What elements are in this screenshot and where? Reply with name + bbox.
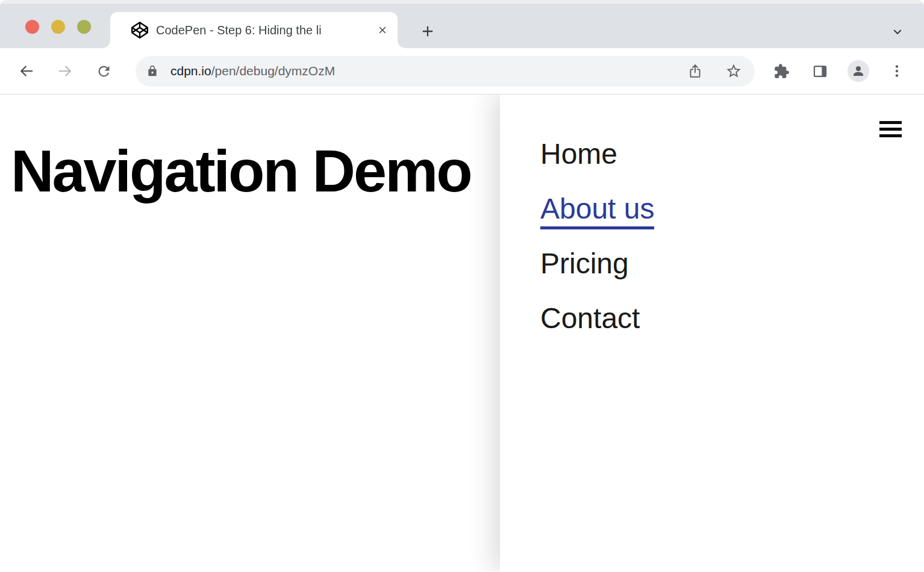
hamburger-bar — [879, 121, 902, 124]
tab-strip: CodePen - Step 6: Hiding the li — [0, 0, 924, 48]
back-button[interactable] — [14, 59, 39, 83]
tab-close-button[interactable] — [376, 23, 389, 37]
side-panel-icon — [812, 63, 828, 79]
nav-link-pricing[interactable]: Pricing — [540, 247, 629, 279]
browser-toolbar: cdpn.io/pen/debug/dymzOzM — [0, 48, 924, 95]
nav-list: Home About us Pricing Contact — [500, 95, 924, 334]
plus-icon — [419, 23, 436, 40]
url-domain: cdpn.io — [170, 64, 211, 78]
forward-arrow-icon — [57, 63, 73, 79]
close-icon — [377, 25, 388, 36]
hamburger-bar — [879, 134, 902, 137]
window-minimize-button[interactable] — [51, 20, 65, 34]
nav-item-about: About us — [540, 194, 924, 224]
site-navigation: Home About us Pricing Contact — [500, 95, 924, 334]
reload-button[interactable] — [92, 59, 116, 83]
avatar — [848, 60, 869, 82]
page-title: Navigation Demo — [11, 141, 471, 201]
puzzle-icon — [773, 63, 790, 79]
star-icon — [725, 63, 742, 79]
url-text: cdpn.io/pen/debug/dymzOzM — [170, 64, 335, 78]
chevron-down-icon — [890, 24, 905, 40]
page-content: Navigation Demo Home About us Pricing Co… — [0, 95, 924, 571]
reload-icon — [96, 63, 112, 79]
browser-tab[interactable]: CodePen - Step 6: Hiding the li — [110, 12, 398, 48]
forward-button[interactable] — [53, 59, 77, 83]
back-arrow-icon — [18, 63, 35, 79]
nav-item-home: Home — [540, 140, 924, 169]
nav-link-home[interactable]: Home — [540, 138, 617, 170]
browser-window: CodePen - Step 6: Hiding the li cdpn.io/ — [0, 0, 924, 572]
hamburger-menu-button[interactable] — [879, 121, 902, 137]
side-panel-button[interactable] — [808, 59, 832, 83]
share-icon — [687, 63, 703, 79]
hamburger-bar — [879, 128, 902, 131]
tab-search-button[interactable] — [888, 22, 907, 42]
profile-button[interactable] — [846, 59, 870, 83]
address-bar[interactable]: cdpn.io/pen/debug/dymzOzM — [136, 56, 755, 87]
tab-title: CodePen - Step 6: Hiding the li — [156, 23, 373, 37]
kebab-menu-icon — [889, 63, 905, 79]
nav-item-contact: Contact — [540, 304, 924, 334]
codepen-favicon-icon — [131, 22, 148, 39]
new-tab-button[interactable] — [413, 17, 442, 46]
bookmark-button[interactable] — [722, 59, 746, 83]
slide-in-nav-panel: Home About us Pricing Contact — [500, 95, 924, 571]
url-path: /pen/debug/dymzOzM — [211, 64, 335, 78]
person-icon — [851, 64, 866, 78]
window-close-button[interactable] — [25, 20, 39, 34]
nav-item-pricing: Pricing — [540, 249, 924, 279]
window-controls — [25, 20, 91, 34]
share-button[interactable] — [683, 59, 707, 83]
nav-link-about-us[interactable]: About us — [540, 193, 654, 229]
extensions-button[interactable] — [769, 59, 793, 83]
browser-menu-button[interactable] — [885, 59, 909, 83]
lock-icon[interactable] — [146, 65, 158, 77]
window-zoom-button[interactable] — [77, 20, 91, 34]
nav-link-contact[interactable]: Contact — [540, 302, 640, 334]
